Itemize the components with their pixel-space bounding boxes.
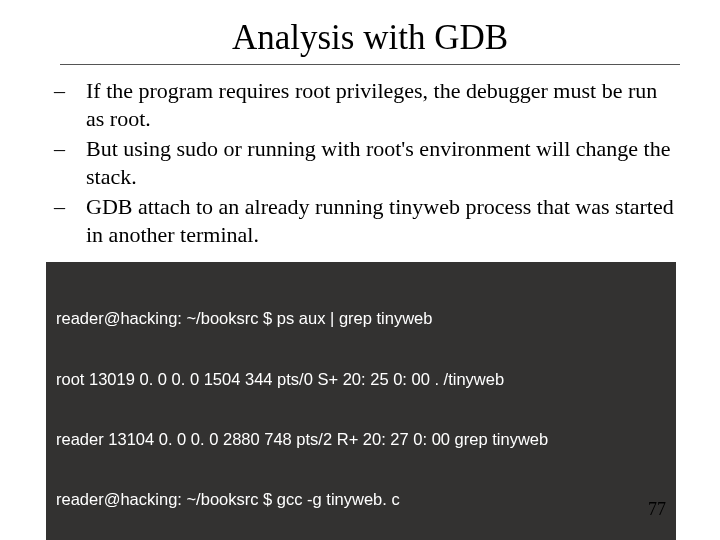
page-number: 77	[648, 499, 666, 520]
dash-icon: –	[70, 77, 86, 105]
slide: Analysis with GDB –If the program requir…	[0, 0, 720, 540]
dash-icon: –	[70, 193, 86, 221]
title-divider	[60, 64, 680, 65]
bullet-item: –If the program requires root privileges…	[70, 77, 680, 132]
terminal-line: root 13019 0. 0 0. 0 1504 344 pts/0 S+ 2…	[56, 369, 666, 389]
bullet-text: But using sudo or running with root's en…	[86, 136, 670, 189]
terminal-line: reader@hacking: ~/booksrc $ ps aux | gre…	[56, 308, 666, 328]
slide-title: Analysis with GDB	[60, 18, 680, 58]
bullet-text: If the program requires root privileges,…	[86, 78, 657, 131]
bullet-item: –GDB attach to an already running tinywe…	[70, 193, 680, 248]
terminal-line: reader 13104 0. 0 0. 0 2880 748 pts/2 R+…	[56, 429, 666, 449]
bullet-list: –If the program requires root privileges…	[70, 77, 680, 248]
bullet-item: –But using sudo or running with root's e…	[70, 135, 680, 190]
terminal-line: reader@hacking: ~/booksrc $ gcc -g tinyw…	[56, 489, 666, 509]
dash-icon: –	[70, 135, 86, 163]
terminal-block: reader@hacking: ~/booksrc $ ps aux | gre…	[46, 262, 676, 540]
bullet-text: GDB attach to an already running tinyweb…	[86, 194, 674, 247]
